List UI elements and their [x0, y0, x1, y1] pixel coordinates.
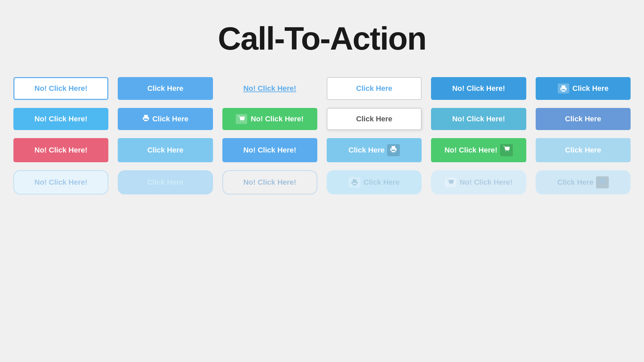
printer-icon [142, 114, 150, 124]
button-r1c3[interactable]: No! Click Here! [222, 77, 317, 100]
button-label: Click Here [573, 84, 609, 93]
button-label: No! Click Here! [452, 115, 505, 123]
button-r2c5[interactable]: No! Click Here! [431, 108, 526, 130]
printer-icon [387, 144, 400, 156]
button-label: No! Click Here! [35, 178, 88, 187]
button-r1c1[interactable]: No! Click Here! [13, 77, 108, 100]
button-r3c5[interactable]: No! Click Here! [431, 138, 526, 162]
button-r2c3[interactable]: No! Click Here! [222, 108, 317, 130]
button-r1c5[interactable]: No! Click Here! [431, 77, 526, 100]
button-r3c3[interactable]: No! Click Here! [222, 138, 317, 162]
button-r1c6[interactable]: Click Here [536, 77, 631, 100]
button-label: Click Here [565, 115, 601, 123]
button-r4c4[interactable]: Click Here [327, 170, 422, 194]
cart-icon [445, 177, 456, 187]
button-r1c2[interactable]: Click Here [118, 77, 213, 100]
cart-icon [500, 144, 513, 156]
page-title: Call-To-Action [218, 20, 426, 57]
svg-rect-4 [601, 178, 604, 180]
svg-rect-1 [144, 115, 148, 117]
button-label: No! Click Here! [243, 146, 296, 155]
button-r2c6[interactable]: Click Here [536, 108, 631, 130]
button-label: Click Here [364, 178, 400, 187]
button-r3c6[interactable]: Click Here [536, 138, 631, 162]
button-label: No! Click Here! [35, 115, 88, 123]
button-r4c2[interactable]: Click Here [118, 170, 213, 194]
button-r2c1[interactable]: No! Click Here! [13, 108, 108, 130]
svg-rect-2 [392, 146, 395, 148]
cart-icon [236, 114, 247, 124]
button-label: No! Click Here! [243, 84, 296, 93]
printer-icon [596, 176, 609, 188]
button-label: Click Here [152, 115, 189, 123]
button-label: No! Click Here! [460, 178, 513, 187]
button-r4c3[interactable]: No! Click Here! [222, 170, 317, 194]
svg-rect-3 [353, 179, 356, 181]
button-r4c1[interactable]: No! Click Here! [13, 170, 108, 194]
button-label: Click Here [348, 146, 385, 155]
button-grid: No! Click Here!Click HereNo! Click Here!… [13, 77, 631, 194]
button-label: No! Click Here! [243, 178, 296, 187]
button-label: Click Here [565, 146, 601, 155]
button-label: No! Click Here! [251, 115, 304, 123]
button-r2c4[interactable]: Click Here [327, 108, 422, 130]
button-label: Click Here [147, 84, 183, 93]
button-r4c6[interactable]: Click Here [536, 170, 631, 194]
printer-icon [558, 83, 569, 94]
button-label: Click Here [356, 115, 392, 123]
button-label: No! Click Here! [452, 84, 505, 93]
button-label: Click Here [147, 146, 183, 155]
svg-rect-0 [561, 85, 565, 87]
button-r2c2[interactable]: Click Here [118, 108, 213, 130]
button-label: No! Click Here! [35, 84, 88, 93]
button-r4c5[interactable]: No! Click Here! [431, 170, 526, 194]
button-label: No! Click Here! [35, 146, 88, 155]
printer-icon [349, 177, 360, 187]
button-label: Click Here [557, 178, 594, 187]
button-r1c4[interactable]: Click Here [327, 77, 422, 100]
button-r3c2[interactable]: Click Here [118, 138, 213, 162]
button-label: Click Here [356, 84, 392, 93]
button-r3c1[interactable]: No! Click Here! [13, 138, 108, 162]
button-label: Click Here [147, 178, 183, 187]
button-label: No! Click Here! [444, 146, 497, 155]
button-r3c4[interactable]: Click Here [327, 138, 422, 162]
